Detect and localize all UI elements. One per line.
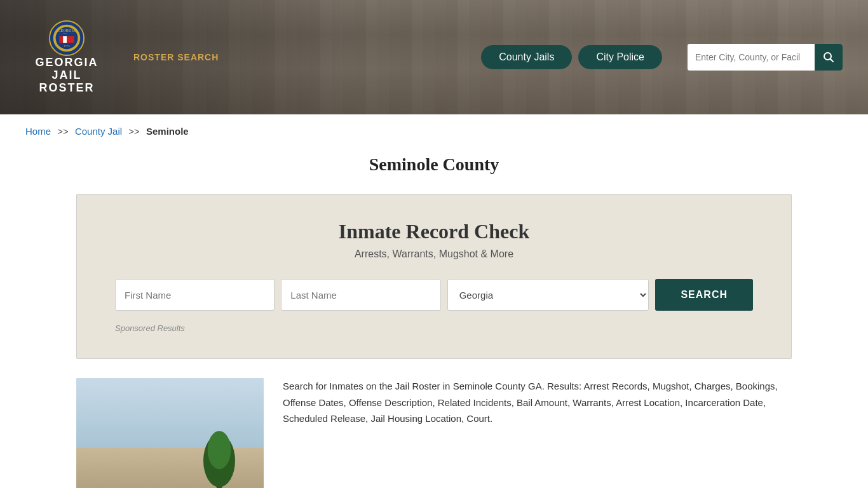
svg-text:1776: 1776 (64, 44, 70, 48)
svg-text:GEORGIA: GEORGIA (58, 29, 76, 33)
record-search-button[interactable]: SEARCH (655, 279, 753, 311)
state-select[interactable]: AlabamaAlaskaArizonaArkansasCaliforniaCo… (447, 279, 649, 311)
search-icon (823, 51, 834, 63)
city-police-button[interactable]: City Police (578, 45, 662, 69)
header-search-button[interactable] (815, 44, 843, 71)
page-title: Seminole County (0, 154, 868, 175)
description-section: Search for Inmates on the Jail Roster in… (0, 359, 868, 488)
image-tree-icon (194, 429, 245, 488)
georgia-seal-icon: GEORGIA 1776 (48, 20, 85, 57)
site-logo[interactable]: GEORGIA 1776 GEORGIA JAIL ROSTER (25, 20, 108, 94)
nav-buttons-group: County Jails City Police (481, 45, 662, 69)
breadcrumb-home-link[interactable]: Home (25, 126, 51, 137)
record-search-form: AlabamaAlaskaArizonaArkansasCaliforniaCo… (115, 279, 753, 311)
logo-text-roster: ROSTER (39, 82, 94, 95)
header-search-input[interactable] (688, 44, 815, 71)
logo-text-jail: JAIL (51, 69, 81, 82)
description-image (76, 378, 264, 488)
inmate-record-box: Inmate Record Check Arrests, Warrants, M… (76, 194, 792, 359)
header-search-bar (688, 44, 843, 71)
breadcrumb-separator-1: >> (57, 126, 69, 137)
site-header: GEORGIA 1776 GEORGIA JAIL ROSTER ROSTER … (0, 0, 868, 114)
roster-search-link[interactable]: ROSTER SEARCH (133, 52, 219, 62)
logo-text-georgia: GEORGIA (35, 57, 98, 69)
breadcrumb: Home >> County Jail >> Seminole (0, 114, 868, 148)
sponsored-results-label: Sponsored Results (115, 323, 753, 333)
svg-point-13 (208, 431, 231, 469)
record-box-subtitle: Arrests, Warrants, Mugshot & More (115, 248, 753, 260)
svg-line-10 (831, 59, 834, 62)
record-box-title: Inmate Record Check (115, 220, 753, 243)
first-name-input[interactable] (115, 279, 275, 311)
breadcrumb-current: Seminole (146, 126, 189, 137)
svg-rect-6 (59, 34, 74, 37)
description-text: Search for Inmates on the Jail Roster in… (283, 378, 792, 427)
last-name-input[interactable] (281, 279, 440, 311)
breadcrumb-county-jail-link[interactable]: County Jail (75, 126, 122, 137)
county-jails-button[interactable]: County Jails (481, 45, 572, 69)
breadcrumb-separator-2: >> (128, 126, 140, 137)
